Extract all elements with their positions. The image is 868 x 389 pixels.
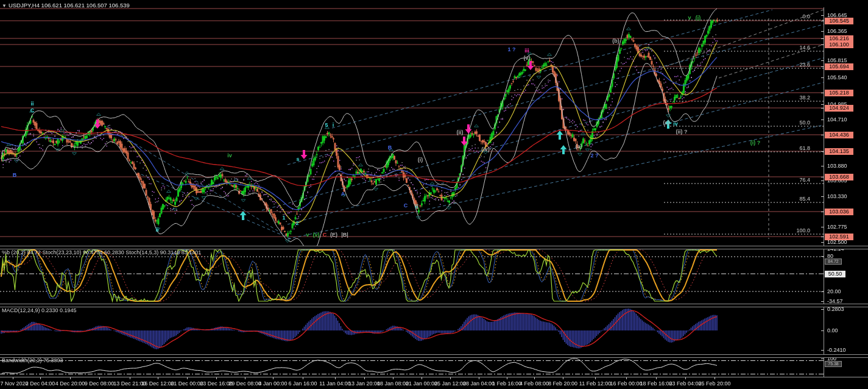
time-tick-label: 23 Feb 04:00 [669,380,701,387]
price-tick: 103.330 [827,193,847,199]
price-level-tag: 103.668 [825,174,853,180]
price-tick: 105.540 [827,74,847,80]
wave-label: v [306,232,309,238]
time-tick-label: 1 Feb 16:00 [492,380,521,387]
bandwidth-value-box: 75.38 [825,361,842,367]
time-tick-label: 2 Dec 04:00 [26,380,55,387]
panel-separator-1[interactable] [0,246,868,249]
price-level-tag: 102.591 [825,234,853,240]
price-level-tag: 104.135 [825,148,853,155]
price-axis-line [824,7,824,377]
time-tick-label: 13 Jan 20:00 [348,380,380,387]
wave-label: iv [673,121,678,127]
wave-label: (v) [313,232,320,238]
fib-level-label: 23.6 [789,62,810,68]
time-tick-label: 25 Feb 20:00 [698,380,730,387]
time-axis-line [0,377,868,377]
stoch-axis-tick: 20.00 [827,288,841,294]
price-level-tag: 104.436 [825,132,853,138]
wave-label: |B| [341,232,348,238]
fib-level-label: 85.4 [789,196,810,202]
panel-separator-2[interactable] [0,304,868,307]
time-tick-label: 21 Dec 00:00 [171,380,203,387]
price-level-tag: 104.924 [825,105,853,112]
trading-terminal-chart: ▼USDJPY,H4 106.621 106.621 106.507 106.5… [0,0,868,389]
time-tick-label: 9 Dec 08:00 [85,380,115,387]
time-tick-label: 11 Jan 04:00 [319,380,350,387]
wave-label: (E) [330,232,337,238]
chart-canvas[interactable] [0,0,868,389]
price-tick: 105.815 [827,57,847,63]
time-tick-label: 16 Feb 00:00 [610,380,642,387]
fib-level-label: 0.0 [789,13,810,20]
price-level-tag: 106.545 [825,18,853,24]
fib-level-label: 100.0 [789,227,810,234]
wave-label: C [323,232,327,238]
time-tick-label: 8 Feb 20:00 [548,380,577,387]
time-tick-label: 28 Jan 04:00 [463,380,495,387]
price-tick: 104.710 [827,116,847,123]
wave-label: C [30,107,35,113]
stoch-value-box: 84.72 [825,259,842,265]
time-tick-label: 16 Dec 12:00 [141,380,174,387]
wave-label: B [13,172,17,178]
time-tick-label: 4 Dec 20:00 [55,380,85,387]
price-level-tag: 105.694 [825,63,853,70]
time-tick-label: 18 Feb 16:00 [640,380,672,387]
time-tick-label: 25 Jan 12:00 [434,380,466,387]
wave-label: 1 [282,215,285,221]
time-tick-label: 23 Dec 16:00 [200,380,233,387]
time-tick-label: 21 Jan 00:00 [406,380,437,387]
wave-label: 2 ? [590,152,598,159]
wave-label: (b) [612,38,619,44]
wave-label: (i) [418,157,423,163]
wave-label: (v) [524,55,531,61]
macd-axis-tick: 0.00 [827,327,838,334]
time-tick-label: 27 Nov 2020 [0,380,29,387]
fib-level-label: 14.6 [789,45,810,51]
wave-label: 2 [295,220,298,226]
time-tick-label: 29 Dec 08:00 [228,380,261,387]
wave-label: (a) [576,143,582,149]
wave-label: (iv) [481,146,490,152]
wave-label: 5 [325,122,328,128]
time-tick-label: 6 Jan 16:00 [288,380,317,387]
fib-level-label: 50.0 [789,120,810,126]
wave-label: v [688,15,691,21]
wave-label: (c) [663,120,670,126]
wave-label: ii [415,204,418,210]
price-level-tag: 105.218 [825,90,853,96]
wave-label: ii [155,227,158,233]
price-tick: 106.365 [827,28,847,34]
price-level-tag: 106.100 [825,41,853,48]
wave-label: s [296,156,299,162]
wave-label: (ii) ? [676,129,688,135]
panel-separator-3[interactable] [0,354,868,358]
fib-level-label: 61.8 [789,145,810,151]
wave-label: (i) ? [750,140,761,146]
wave-label: (i) [696,15,701,21]
wave-label: iii [524,48,529,54]
time-tick-label: 4 Jan 00:00 [258,380,287,387]
wave-label: ii [30,101,34,107]
time-tick-label: 4 Feb 08:00 [520,380,549,387]
wave-label: (ii) [457,129,464,135]
wave-label: 1 ? [507,46,515,52]
price-tick: 103.880 [827,163,847,169]
price-tick: 102.775 [827,224,847,230]
time-tick-label: 18 Jan 08:00 [377,380,409,387]
wave-label: B [388,145,392,151]
price-tick: 102.500 [827,239,847,245]
price-level-tag: 103.036 [825,209,853,215]
fib-level-label: 38.2 [789,95,810,101]
time-tick-label: 11 Feb 12:00 [579,380,611,387]
stoch-midline-value: 50.50 [825,271,845,277]
wave-label: i [333,122,334,128]
wave-label: A [341,191,345,197]
macd-axis-tick: -0.2410 [827,347,846,353]
wave-label: iv [227,152,232,159]
fib-level-label: 76.4 [789,177,810,183]
wave-label: C [404,202,408,209]
